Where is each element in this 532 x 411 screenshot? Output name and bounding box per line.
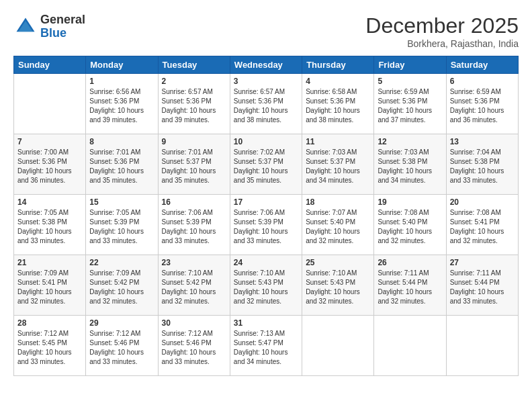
calendar-cell: 9Sunrise: 7:01 AM Sunset: 5:37 PM Daylig…: [158, 134, 230, 195]
day-info: Sunrise: 7:09 AM Sunset: 5:42 PM Dayligh…: [89, 269, 154, 306]
calendar-cell: 12Sunrise: 7:03 AM Sunset: 5:38 PM Dayli…: [374, 134, 446, 195]
day-info: Sunrise: 7:06 AM Sunset: 5:39 PM Dayligh…: [234, 208, 298, 246]
calendar-cell: 7Sunrise: 7:00 AM Sunset: 5:36 PM Daylig…: [14, 134, 86, 195]
logo-text: General Blue: [40, 13, 85, 40]
day-number: 11: [306, 137, 370, 146]
day-info: Sunrise: 7:12 AM Sunset: 5:45 PM Dayligh…: [17, 329, 82, 367]
calendar-cell: [374, 316, 446, 376]
day-info: Sunrise: 7:13 AM Sunset: 5:47 PM Dayligh…: [234, 329, 298, 367]
day-info: Sunrise: 7:10 AM Sunset: 5:43 PM Dayligh…: [234, 269, 298, 306]
calendar-cell: 11Sunrise: 7:03 AM Sunset: 5:37 PM Dayli…: [302, 134, 374, 195]
calendar-cell: [14, 74, 86, 134]
day-number: 21: [17, 258, 82, 267]
day-number: 30: [162, 318, 226, 328]
calendar-cell: 10Sunrise: 7:02 AM Sunset: 5:37 PM Dayli…: [230, 134, 302, 195]
day-number: 13: [450, 137, 515, 146]
calendar-cell: 14Sunrise: 7:05 AM Sunset: 5:38 PM Dayli…: [14, 195, 86, 255]
column-header-wednesday: Wednesday: [230, 56, 302, 74]
day-number: 12: [378, 137, 442, 146]
day-number: 7: [17, 137, 82, 146]
day-info: Sunrise: 7:08 AM Sunset: 5:41 PM Dayligh…: [450, 208, 515, 246]
day-number: 14: [17, 197, 82, 207]
day-info: Sunrise: 7:02 AM Sunset: 5:37 PM Dayligh…: [234, 148, 298, 185]
logo-icon: [13, 15, 38, 39]
logo-blue: Blue: [40, 27, 85, 40]
calendar-cell: 6Sunrise: 6:59 AM Sunset: 5:36 PM Daylig…: [446, 74, 518, 134]
day-info: Sunrise: 7:11 AM Sunset: 5:44 PM Dayligh…: [378, 269, 442, 306]
month-title: December 2025: [365, 13, 519, 38]
day-info: Sunrise: 7:07 AM Sunset: 5:40 PM Dayligh…: [306, 208, 370, 246]
calendar-cell: 13Sunrise: 7:04 AM Sunset: 5:38 PM Dayli…: [446, 134, 518, 195]
location: Borkhera, Rajasthan, India: [365, 38, 519, 49]
calendar-cell: 18Sunrise: 7:07 AM Sunset: 5:40 PM Dayli…: [302, 195, 374, 255]
day-info: Sunrise: 7:12 AM Sunset: 5:46 PM Dayligh…: [89, 329, 154, 367]
day-number: 17: [234, 197, 298, 207]
day-info: Sunrise: 7:05 AM Sunset: 5:38 PM Dayligh…: [17, 208, 82, 246]
calendar-week-row: 1Sunrise: 6:56 AM Sunset: 5:36 PM Daylig…: [14, 74, 519, 134]
calendar-cell: 5Sunrise: 6:59 AM Sunset: 5:36 PM Daylig…: [374, 74, 446, 134]
day-number: 8: [89, 137, 154, 146]
calendar-week-row: 28Sunrise: 7:12 AM Sunset: 5:45 PM Dayli…: [14, 316, 519, 376]
day-info: Sunrise: 7:03 AM Sunset: 5:38 PM Dayligh…: [378, 148, 442, 185]
calendar-cell: [446, 316, 518, 376]
day-info: Sunrise: 7:00 AM Sunset: 5:36 PM Dayligh…: [17, 148, 82, 185]
day-number: 20: [450, 197, 515, 207]
column-header-friday: Friday: [374, 56, 446, 74]
day-info: Sunrise: 7:10 AM Sunset: 5:43 PM Dayligh…: [306, 269, 370, 306]
calendar-cell: 19Sunrise: 7:08 AM Sunset: 5:40 PM Dayli…: [374, 195, 446, 255]
calendar-cell: 16Sunrise: 7:06 AM Sunset: 5:39 PM Dayli…: [158, 195, 230, 255]
calendar-cell: 8Sunrise: 7:01 AM Sunset: 5:36 PM Daylig…: [86, 134, 158, 195]
day-number: 15: [89, 197, 154, 207]
day-info: Sunrise: 6:56 AM Sunset: 5:36 PM Dayligh…: [89, 87, 154, 125]
calendar-cell: 21Sunrise: 7:09 AM Sunset: 5:41 PM Dayli…: [14, 255, 86, 316]
day-info: Sunrise: 7:05 AM Sunset: 5:39 PM Dayligh…: [89, 208, 154, 246]
calendar-table: SundayMondayTuesdayWednesdayThursdayFrid…: [13, 56, 519, 376]
calendar-cell: 2Sunrise: 6:57 AM Sunset: 5:36 PM Daylig…: [158, 74, 230, 134]
day-info: Sunrise: 7:01 AM Sunset: 5:37 PM Dayligh…: [162, 148, 226, 185]
column-header-saturday: Saturday: [446, 56, 518, 74]
day-number: 19: [378, 197, 442, 207]
day-info: Sunrise: 7:08 AM Sunset: 5:40 PM Dayligh…: [378, 208, 442, 246]
calendar-cell: 26Sunrise: 7:11 AM Sunset: 5:44 PM Dayli…: [374, 255, 446, 316]
day-number: 27: [450, 258, 515, 267]
calendar-cell: 31Sunrise: 7:13 AM Sunset: 5:47 PM Dayli…: [230, 316, 302, 376]
logo-general: General: [40, 13, 85, 27]
day-info: Sunrise: 6:57 AM Sunset: 5:36 PM Dayligh…: [162, 87, 226, 125]
calendar-cell: 20Sunrise: 7:08 AM Sunset: 5:41 PM Dayli…: [446, 195, 518, 255]
day-number: 16: [162, 197, 226, 207]
day-number: 9: [162, 137, 226, 146]
day-number: 3: [234, 77, 298, 86]
day-number: 5: [378, 77, 442, 86]
calendar-cell: 29Sunrise: 7:12 AM Sunset: 5:46 PM Dayli…: [86, 316, 158, 376]
day-number: 24: [234, 258, 298, 267]
day-number: 28: [17, 318, 82, 328]
day-number: 4: [306, 77, 370, 86]
calendar-cell: 25Sunrise: 7:10 AM Sunset: 5:43 PM Dayli…: [302, 255, 374, 316]
day-number: 26: [378, 258, 442, 267]
calendar-week-row: 21Sunrise: 7:09 AM Sunset: 5:41 PM Dayli…: [14, 255, 519, 316]
day-info: Sunrise: 7:01 AM Sunset: 5:36 PM Dayligh…: [89, 148, 154, 185]
day-info: Sunrise: 6:58 AM Sunset: 5:36 PM Dayligh…: [306, 87, 370, 125]
column-header-thursday: Thursday: [302, 56, 374, 74]
day-info: Sunrise: 6:59 AM Sunset: 5:36 PM Dayligh…: [378, 87, 442, 125]
calendar-header-row: SundayMondayTuesdayWednesdayThursdayFrid…: [14, 56, 519, 74]
column-header-tuesday: Tuesday: [158, 56, 230, 74]
calendar-cell: 3Sunrise: 6:57 AM Sunset: 5:36 PM Daylig…: [230, 74, 302, 134]
calendar-cell: 15Sunrise: 7:05 AM Sunset: 5:39 PM Dayli…: [86, 195, 158, 255]
calendar-cell: 30Sunrise: 7:12 AM Sunset: 5:46 PM Dayli…: [158, 316, 230, 376]
day-info: Sunrise: 6:57 AM Sunset: 5:36 PM Dayligh…: [234, 87, 298, 125]
calendar-cell: 22Sunrise: 7:09 AM Sunset: 5:42 PM Dayli…: [86, 255, 158, 316]
logo: General Blue: [13, 13, 85, 40]
day-info: Sunrise: 7:04 AM Sunset: 5:38 PM Dayligh…: [450, 148, 515, 185]
calendar-cell: 1Sunrise: 6:56 AM Sunset: 5:36 PM Daylig…: [86, 74, 158, 134]
title-area: December 2025 Borkhera, Rajasthan, India: [365, 13, 519, 49]
column-header-sunday: Sunday: [14, 56, 86, 74]
day-number: 6: [450, 77, 515, 86]
day-info: Sunrise: 7:11 AM Sunset: 5:44 PM Dayligh…: [450, 269, 515, 306]
page-header: General Blue December 2025 Borkhera, Raj…: [13, 13, 519, 49]
calendar-cell: 23Sunrise: 7:10 AM Sunset: 5:42 PM Dayli…: [158, 255, 230, 316]
calendar-cell: 4Sunrise: 6:58 AM Sunset: 5:36 PM Daylig…: [302, 74, 374, 134]
calendar-cell: 24Sunrise: 7:10 AM Sunset: 5:43 PM Dayli…: [230, 255, 302, 316]
day-number: 23: [162, 258, 226, 267]
day-number: 10: [234, 137, 298, 146]
